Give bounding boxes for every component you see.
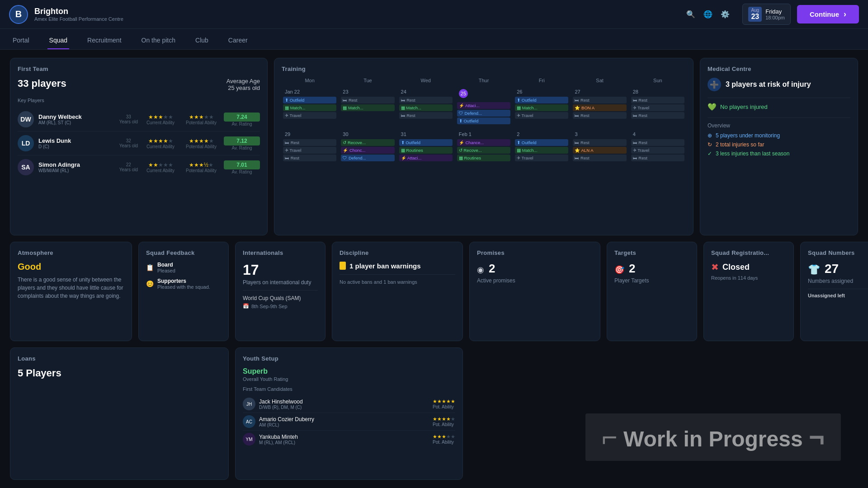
cal-item: ▦ Routines [457,155,510,161]
current-stars: ★★★★★ [142,138,179,144]
cal-item: 🛏 Rest [399,112,453,119]
search-icon[interactable]: 🔍 [686,10,695,19]
cal-date: 24 [399,89,453,95]
cal-item: ⚡ Attaci... [457,102,510,109]
date-month: Aug [751,8,759,13]
key-players-label: Key Players [18,98,260,103]
no-injured-text: No players injured [720,103,768,110]
training-title: Training [282,66,686,72]
youth-info: Jack Hinshelwood D/WB (R), DM, M (C) [259,399,429,410]
cal-day: 24 🛏 Rest ▦ Match... 🛏 Rest [398,87,454,127]
player-name: Simon Adingra [38,161,115,168]
youth-player-row[interactable]: YM Yankuba Minteh M (RL), AM (RCL) ★★★★★… [243,431,455,448]
promise-icon: ◉ [477,265,484,275]
cal-header-tue: Tue [340,78,396,85]
cal-item: ▦ Match... [341,104,394,111]
youth-player-row[interactable]: AC Amario Cozier Duberry AM (RCL) ★★★★★ … [243,413,455,431]
nav-on-the-pitch[interactable]: On the pitch [140,32,178,49]
disc-warning: 1 player ban warnings [340,262,455,270]
training-card: Training Mon Tue Wed Thur Fri Sat Sun Ja… [274,58,693,235]
player-avatar: LD [18,135,34,151]
medical-card: Medical Centre ➕ 3 players at risk of in… [700,58,858,235]
cal-item: 🛡 Defend... [457,110,510,117]
potential-ability: ★★★½★ Potential Ability [183,162,219,173]
youth-rating: Superb [243,367,455,375]
continue-button[interactable]: Continue › [797,5,859,23]
potential-stars: ★★★½★ [183,162,219,168]
cal-day: 25 ⚡ Attaci... 🛡 Defend... ⬆ Outfield [456,87,512,127]
youth-avatar: YM [243,433,255,446]
cal-item: 🛏 Rest [631,97,684,103]
monitoring-icon: ⊕ [708,132,712,139]
nav-career[interactable]: Career [226,32,250,49]
monitoring-text: 5 players under monitoring [716,132,780,139]
player-row[interactable]: LD Lewis Dunk D (C) 32 Years old ★★★★★ C… [18,131,260,155]
shirt-icon: 👕 [808,264,820,276]
bottom-row: Atmosphere Good There is a good sense of… [10,242,858,480]
date-time: 18:00pm [765,15,785,20]
cal-day: 29 🛏 Rest ✈ Travel 🛏 Rest [282,129,338,170]
club-subtitle: Amex Elite Football Performance Centre [34,16,680,22]
cal-day: Jan 22 ⬆ Outfield ▦ Match... ✈ Travel [282,87,338,127]
overview-item-comparison: ✓ 3 less injuries than last season [708,150,850,157]
cal-item: 🛏 Rest [631,139,684,146]
current-ability: ★★★★★ Current Ability [142,162,179,173]
cal-date: 26 [515,89,568,95]
cal-day: 30 ↺ Recove... ⚡ Chonc... 🛡 Defend... [340,129,396,170]
youth-player-pos: AM (RCL) [259,422,429,427]
cal-day: 23 🛏 Rest ▦ Match... [340,87,396,127]
nav-portal[interactable]: Portal [11,32,31,49]
cal-item: ⚡ Attaci... [399,155,453,161]
cal-header-sun: Sun [630,78,686,85]
cal-item: ✈ Travel [283,147,336,154]
gear-icon[interactable]: ⚙️ [721,10,730,19]
targets-content: 🎯 2 [614,262,689,277]
cal-header-thur: Thur [456,78,512,85]
youth-player-row[interactable]: JH Jack Hinshelwood D/WB (R), DM, M (C) … [243,395,455,413]
nav-club[interactable]: Club [193,32,210,49]
player-row[interactable]: DW Danny Welbeck AM (RL), ST (C) 33 Year… [18,108,260,131]
player-row[interactable]: SA Simon Adingra WB/M/AM (RL) 22 Years o… [18,155,260,179]
youth-player-name: Jack Hinshelwood [259,399,429,405]
cal-day: Feb 1 ⚡ Chance... ↺ Recove... ▦ Routines [456,129,512,170]
current-stars: ★★★★★ [142,162,179,168]
squad-numbers-card: Squad Numbers 👕 27 Numbers assigned Unas… [800,242,868,341]
injuries-text: 2 total injuries so far [716,141,764,148]
heart-icon: 💚 [708,103,717,111]
club-name: Brighton [34,7,680,16]
sq-assigned: Numbers assigned [808,278,868,284]
topbar: B Brighton Amex Elite Football Performan… [0,0,868,29]
globe-icon[interactable]: 🌐 [703,10,712,19]
cal-day: 3 🛏 Rest ⭐ ALN A 🛏 Rest [571,129,627,170]
youth-rating-sub: Overall Youth Rating [243,376,455,382]
injuries-icon: ↻ [708,141,712,148]
current-ability: ★★★★★ Current Ability [142,114,179,125]
cal-item: ⚡ Chonc... [341,147,394,154]
potential-ability: ★★★★★ Potential Ability [183,138,219,149]
targets-card: Targets 🎯 2 Player Targets [607,242,697,341]
potential-ability: ★★★★★ Potential Ability [183,114,219,125]
rating-badge: 7.01 [224,160,260,169]
targets-title: Targets [614,249,689,256]
medical-title: Medical Centre [708,66,850,72]
youth-pot-label: Pot. Ability [433,440,455,445]
promises-card: Promises ◉ 2 Active promises [469,242,600,341]
main-content: First Team 33 players Average Age 25 yea… [0,50,868,488]
cal-header-mon: Mon [282,78,338,85]
sq-unassigned: Unassigned left 4 [808,289,868,298]
cal-item: ▦ Routines [399,147,453,154]
nav-recruitment[interactable]: Recruitment [85,32,123,49]
club-logo: B [9,5,28,24]
reg-closed: ✖ Closed [711,262,786,272]
player-age: 32 Years old [119,138,138,148]
youth-stars: ★★★★★ [433,416,455,422]
potential-stars: ★★★★★ [183,138,219,144]
potential-stars: ★★★★★ [183,114,219,120]
rating-col: 7.01 Av. Rating [224,160,260,174]
cal-item: 🛏 Rest [399,97,453,103]
main-nav: Portal Squad Recruitment On the pitch Cl… [0,29,868,50]
nav-squad[interactable]: Squad [47,32,69,49]
youth-player-name: Amario Cozier Duberry [259,416,429,422]
current-stars: ★★★★★ [142,114,179,120]
continue-label: Continue [810,10,839,18]
